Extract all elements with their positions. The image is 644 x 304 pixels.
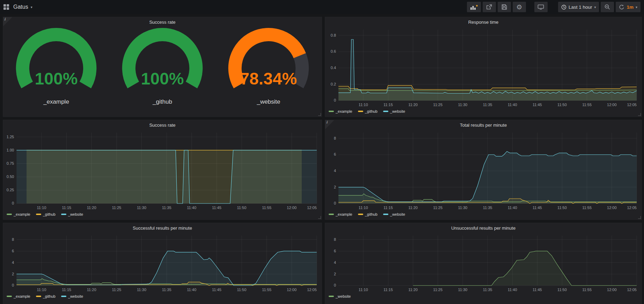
legend-item-_github[interactable]: _github	[36, 212, 56, 216]
dashboard-title-dropdown[interactable]: Gatus ▾	[13, 4, 32, 10]
panel-info-icon[interactable]: i	[325, 120, 334, 129]
legend-item-_github[interactable]: _github	[358, 212, 378, 216]
svg-text:8: 8	[334, 237, 336, 242]
total-results-chart[interactable]: 0246811:1011:1511:2011:2511:3011:3511:40…	[325, 129, 642, 211]
svg-text:11:55: 11:55	[582, 103, 592, 107]
refresh-picker[interactable]: 1m ▾	[616, 2, 641, 12]
legend-item-_website[interactable]: _website	[383, 212, 405, 216]
legend-item-_example[interactable]: _example	[7, 294, 30, 298]
cycle-view-button[interactable]	[534, 2, 548, 12]
svg-text:11:40: 11:40	[187, 288, 196, 292]
svg-text:12:00: 12:00	[607, 103, 617, 107]
chart-legend: _example_github_website	[325, 108, 642, 113]
panel-title[interactable]: Response time	[325, 17, 642, 26]
panel-title[interactable]: Successful results per minute	[3, 223, 322, 232]
svg-text:11:55: 11:55	[262, 206, 271, 210]
panel-title[interactable]: Success rate	[3, 17, 322, 26]
legend-item-_example[interactable]: _example	[7, 212, 30, 216]
svg-text:12:05: 12:05	[307, 288, 317, 292]
legend-item-_example[interactable]: _example	[329, 109, 352, 113]
svg-text:11:15: 11:15	[383, 103, 393, 107]
chevron-down-icon: ▾	[594, 5, 596, 9]
gauge-github: 100% _github	[109, 26, 215, 105]
svg-text:0.75: 0.75	[7, 161, 14, 165]
svg-text:11:20: 11:20	[408, 288, 418, 292]
gauge-arc: 100%	[109, 26, 215, 101]
legend-item-_website[interactable]: _website	[383, 109, 405, 113]
svg-text:11:15: 11:15	[383, 206, 393, 210]
svg-text:11:20: 11:20	[87, 288, 96, 292]
svg-text:11:20: 11:20	[408, 103, 418, 107]
svg-text:2: 2	[334, 185, 336, 189]
panel-info-icon[interactable]: i	[3, 17, 12, 26]
svg-text:0.4: 0.4	[331, 66, 336, 70]
svg-text:11:55: 11:55	[582, 288, 592, 292]
gauge-label: _example	[43, 98, 69, 105]
legend-item-_github[interactable]: _github	[358, 109, 378, 113]
svg-text:11:45: 11:45	[533, 103, 542, 107]
time-range-picker[interactable]: Last 1 hour ▾	[558, 2, 599, 12]
svg-text:11:50: 11:50	[557, 206, 567, 210]
gauge-example: 100% _example	[3, 26, 109, 105]
svg-text:11:10: 11:10	[37, 206, 46, 210]
share-button[interactable]	[483, 2, 496, 12]
svg-text:0.50: 0.50	[7, 175, 14, 179]
svg-text:11:10: 11:10	[359, 206, 368, 210]
panel-title[interactable]: Success rate	[3, 120, 322, 129]
settings-button[interactable]: ⚙	[513, 2, 526, 12]
response-time-chart[interactable]: 00.20.40.60.811:1011:1511:2011:2511:3011…	[325, 26, 642, 108]
svg-text:6: 6	[12, 249, 14, 253]
panel-resize-handle[interactable]	[318, 216, 321, 219]
legend-item-_website[interactable]: _website	[61, 294, 83, 298]
svg-text:12:05: 12:05	[307, 206, 317, 210]
panel-resize-handle[interactable]	[318, 113, 321, 116]
svg-text:4: 4	[334, 260, 336, 265]
gauge-value: 100%	[35, 69, 78, 88]
unsuccessful-results-chart[interactable]: 0246811:1011:1511:2011:2511:3011:3511:40…	[325, 232, 642, 293]
dashboards-grid-icon[interactable]	[3, 4, 9, 10]
clock-icon	[561, 5, 566, 10]
chevron-down-icon: ▾	[636, 5, 637, 9]
svg-text:11:40: 11:40	[187, 206, 196, 210]
svg-text:11:15: 11:15	[62, 206, 71, 210]
panel-total-results: i Total results per minute 0246811:1011:…	[325, 120, 642, 220]
legend-item-_website[interactable]: _website	[329, 294, 351, 298]
svg-text:11:15: 11:15	[62, 288, 71, 292]
svg-text:12:00: 12:00	[607, 288, 617, 292]
svg-text:6: 6	[334, 249, 336, 253]
svg-text:8: 8	[334, 136, 336, 140]
success-rate-chart[interactable]: 00.250.500.751.001.2511:1011:1511:2011:2…	[3, 129, 322, 211]
svg-text:11:25: 11:25	[433, 288, 442, 292]
legend-item-_example[interactable]: _example	[329, 212, 352, 216]
svg-text:12:05: 12:05	[627, 288, 637, 292]
gauge-arc: 100%	[3, 26, 109, 101]
successful-results-chart[interactable]: 0246811:1011:1511:2011:2511:3011:3511:40…	[3, 232, 322, 293]
svg-text:11:25: 11:25	[112, 288, 121, 292]
time-range-label: Last 1 hour	[569, 5, 592, 10]
refresh-interval-label: 1m	[627, 5, 634, 10]
dashboard-title: Gatus	[13, 4, 28, 10]
svg-text:11:45: 11:45	[212, 288, 221, 292]
svg-text:11:50: 11:50	[557, 103, 567, 107]
gear-icon: ⚙	[516, 4, 522, 10]
svg-text:11:40: 11:40	[508, 206, 517, 210]
save-button[interactable]	[498, 2, 511, 12]
add-panel-button[interactable]	[467, 2, 481, 12]
svg-text:11:35: 11:35	[162, 206, 171, 210]
svg-text:12:00: 12:00	[287, 206, 297, 210]
magnifier-minus-icon	[605, 4, 610, 10]
svg-text:12:00: 12:00	[607, 206, 617, 210]
svg-text:11:30: 11:30	[137, 288, 146, 292]
svg-text:11:15: 11:15	[383, 288, 393, 292]
svg-text:1.00: 1.00	[7, 148, 14, 152]
legend-item-_website[interactable]: _website	[61, 212, 83, 216]
svg-text:11:40: 11:40	[508, 103, 517, 107]
panel-title[interactable]: Unsuccessful results per minute	[325, 223, 642, 232]
legend-item-_github[interactable]: _github	[36, 294, 56, 298]
panel-title[interactable]: Total results per minute	[325, 120, 642, 129]
zoom-out-button[interactable]	[601, 2, 614, 12]
gauge-arc: 78.34%	[215, 26, 322, 101]
svg-text:12:05: 12:05	[627, 103, 637, 107]
panel-resize-handle[interactable]	[638, 113, 641, 116]
panel-resize-handle[interactable]	[638, 216, 641, 219]
